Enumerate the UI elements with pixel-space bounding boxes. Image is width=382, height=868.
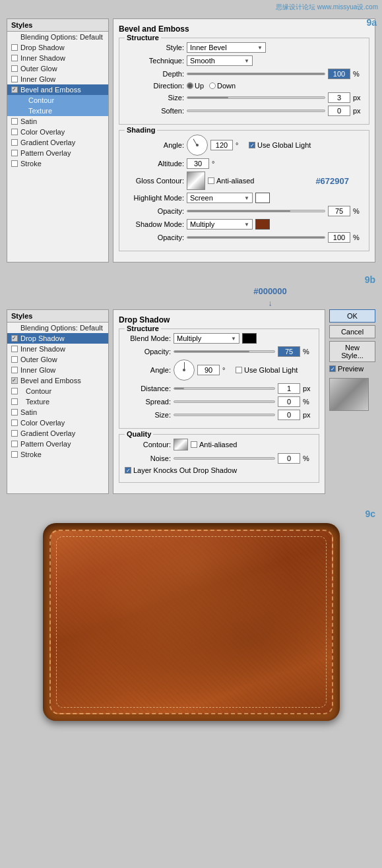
sidebar-item-inner-shadow-b[interactable]: Inner Shadow xyxy=(7,344,108,354)
depth-input[interactable] xyxy=(328,69,350,79)
checkbox-gradient-overlay-a[interactable] xyxy=(11,139,18,146)
size-input-b[interactable] xyxy=(278,410,300,420)
direction-up[interactable]: Up xyxy=(187,82,204,90)
preview-checkbox[interactable] xyxy=(329,365,336,372)
sidebar-item-drop-shadow-a[interactable]: Drop Shadow xyxy=(7,42,108,53)
style-dropdown[interactable]: Inner Bevel ▼ xyxy=(187,42,266,53)
size-input[interactable] xyxy=(328,92,350,103)
ok-button[interactable]: OK xyxy=(329,309,375,323)
shadow-opacity-input[interactable] xyxy=(328,232,350,243)
checkbox-inner-shadow-b[interactable] xyxy=(11,346,18,352)
cancel-button[interactable]: Cancel xyxy=(329,325,375,338)
checkbox-inner-shadow-a[interactable] xyxy=(11,55,18,61)
checkbox-inner-glow-b[interactable] xyxy=(11,367,18,373)
checkbox-satin-a[interactable] xyxy=(11,118,18,125)
sidebar-item-bevel-b[interactable]: Bevel and Emboss xyxy=(7,375,108,386)
shadow-color-swatch[interactable] xyxy=(255,219,270,230)
checkbox-stroke-b[interactable] xyxy=(11,451,18,458)
highlight-opacity-slider[interactable] xyxy=(187,210,325,212)
altitude-input[interactable] xyxy=(187,158,209,169)
technique-dropdown[interactable]: Smooth ▼ xyxy=(187,55,253,66)
anti-aliased-checkbox-b[interactable] xyxy=(191,441,197,448)
blend-color-swatch-b[interactable] xyxy=(242,333,257,344)
checkbox-color-overlay-b[interactable] xyxy=(11,419,18,426)
sidebar-item-bevel-a[interactable]: Bevel and Emboss xyxy=(7,84,108,95)
noise-slider-b[interactable] xyxy=(174,457,275,460)
checkbox-pattern-overlay-b[interactable] xyxy=(11,441,18,447)
sidebar-blending-b[interactable]: Blending Options: Default xyxy=(7,323,108,333)
checkbox-outer-glow-a[interactable] xyxy=(11,65,18,72)
checkbox-stroke-a[interactable] xyxy=(11,160,18,167)
checkbox-drop-shadow-b[interactable] xyxy=(11,335,18,342)
checkbox-pattern-overlay-a[interactable] xyxy=(11,150,18,156)
sidebar-item-gradient-overlay-a[interactable]: Gradient Overlay xyxy=(7,137,108,148)
checkbox-bevel-b[interactable] xyxy=(11,377,18,384)
angle-dial-b[interactable] xyxy=(174,359,195,381)
direction-down[interactable]: Down xyxy=(209,82,236,90)
checkbox-drop-shadow-a[interactable] xyxy=(11,44,18,51)
use-global-light-b[interactable]: Use Global Light xyxy=(236,366,298,374)
sidebar-blending-a[interactable]: Blending Options: Default xyxy=(7,32,108,42)
checkbox-inner-glow-a[interactable] xyxy=(11,76,18,82)
shadow-mode-dropdown[interactable]: Multiply ▼ xyxy=(187,219,253,230)
sidebar-item-texture-a[interactable]: Texture xyxy=(7,106,108,116)
checkbox-color-overlay-a[interactable] xyxy=(11,129,18,135)
sidebar-item-drop-shadow-b[interactable]: Drop Shadow xyxy=(7,333,108,344)
highlight-color-swatch[interactable] xyxy=(255,193,270,203)
checkbox-gradient-overlay-b[interactable] xyxy=(11,430,18,437)
sidebar-item-stroke-b[interactable]: Stroke xyxy=(7,449,108,460)
sidebar-item-stroke-a[interactable]: Stroke xyxy=(7,158,108,169)
anti-aliased-checkbox-a[interactable] xyxy=(208,177,214,184)
spread-input-b[interactable] xyxy=(278,396,300,407)
sidebar-item-inner-glow-b[interactable]: Inner Glow xyxy=(7,365,108,375)
quality-contour-thumb-b[interactable] xyxy=(174,439,188,450)
spread-slider-b[interactable] xyxy=(174,400,275,403)
shadow-opacity-slider[interactable] xyxy=(187,236,325,239)
soften-slider[interactable] xyxy=(187,109,325,112)
sidebar-item-contour-a[interactable]: Contour xyxy=(7,95,108,106)
global-light-checkbox-b[interactable] xyxy=(236,367,242,373)
sidebar-item-contour-b[interactable]: Contour xyxy=(7,386,108,396)
checkbox-bevel-a[interactable] xyxy=(11,86,18,93)
highlight-opacity-input[interactable] xyxy=(328,206,350,216)
sidebar-item-satin-b[interactable]: Satin xyxy=(7,407,108,418)
sidebar-item-color-overlay-b[interactable]: Color Overlay xyxy=(7,418,108,428)
sidebar-item-outer-glow-b[interactable]: Outer Glow xyxy=(7,354,108,365)
checkbox-contour-b[interactable] xyxy=(11,388,18,394)
use-global-light-a[interactable]: Use Global Light xyxy=(249,141,311,149)
anti-aliased-a[interactable]: Anti-aliased xyxy=(208,177,254,185)
sidebar-item-texture-b[interactable]: Texture xyxy=(7,396,108,407)
sidebar-item-color-overlay-a[interactable]: Color Overlay xyxy=(7,127,108,137)
depth-slider[interactable] xyxy=(187,73,325,75)
highlight-mode-dropdown[interactable]: Screen ▼ xyxy=(187,193,253,203)
new-style-button[interactable]: New Style... xyxy=(329,341,375,362)
checkbox-texture-b[interactable] xyxy=(11,398,18,405)
sidebar-item-pattern-overlay-a[interactable]: Pattern Overlay xyxy=(7,148,108,158)
size-slider[interactable] xyxy=(187,96,325,99)
layer-knocks-item[interactable]: Layer Knocks Out Drop Shadow xyxy=(125,466,237,474)
sidebar-item-inner-glow-a[interactable]: Inner Glow xyxy=(7,74,108,84)
sidebar-item-gradient-overlay-b[interactable]: Gradient Overlay xyxy=(7,428,108,439)
global-light-checkbox-a[interactable] xyxy=(249,142,255,148)
sidebar-item-inner-shadow-a[interactable]: Inner Shadow xyxy=(7,53,108,63)
soften-row: Soften: px xyxy=(125,106,364,116)
size-slider-b[interactable] xyxy=(174,414,275,416)
angle-input-a[interactable] xyxy=(210,140,233,150)
gloss-contour-thumb[interactable] xyxy=(187,171,205,190)
anti-aliased-b[interactable]: Anti-aliased xyxy=(191,441,237,449)
sidebar-item-outer-glow-a[interactable]: Outer Glow xyxy=(7,63,108,74)
distance-slider-b[interactable] xyxy=(174,387,275,390)
blend-mode-dropdown-b[interactable]: Multiply ▼ xyxy=(174,333,239,344)
layer-knocks-checkbox[interactable] xyxy=(125,467,131,474)
sidebar-item-satin-a[interactable]: Satin xyxy=(7,116,108,127)
distance-input-b[interactable] xyxy=(278,383,300,394)
soften-input[interactable] xyxy=(328,106,350,116)
angle-input-b[interactable] xyxy=(197,365,220,375)
noise-input-b[interactable] xyxy=(278,453,300,464)
opacity-input-b[interactable] xyxy=(278,346,300,357)
checkbox-outer-glow-b[interactable] xyxy=(11,356,18,363)
sidebar-item-pattern-overlay-b[interactable]: Pattern Overlay xyxy=(7,439,108,449)
checkbox-satin-b[interactable] xyxy=(11,409,18,416)
angle-dial-a[interactable] xyxy=(187,135,208,156)
opacity-slider-b[interactable] xyxy=(174,350,275,353)
